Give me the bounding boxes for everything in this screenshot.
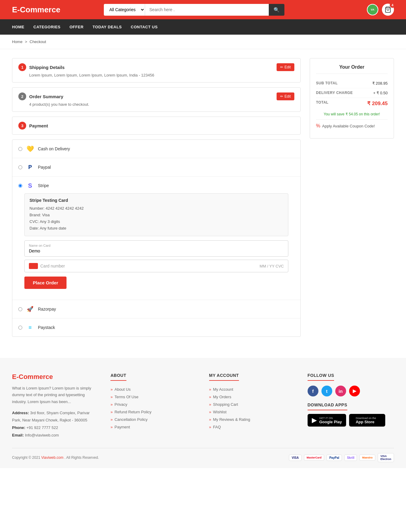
avatar[interactable]: VA bbox=[367, 4, 378, 15]
total-row: TOTAL ₹ 209.45 bbox=[316, 98, 388, 109]
google-play-small: GET IT ON bbox=[319, 417, 342, 420]
razorpay-icon: 🚀 bbox=[26, 305, 34, 313]
nav-offer[interactable]: OFFER bbox=[70, 19, 84, 35]
delivery-value: + ₹ 0.50 bbox=[373, 91, 388, 95]
edit-icon-2: ✏ bbox=[280, 94, 283, 99]
search-bar: All Categories 🔍 bbox=[104, 4, 284, 16]
card-number-field[interactable]: Card number MM / YY CVC bbox=[24, 260, 288, 272]
radio-cod[interactable] bbox=[18, 147, 22, 151]
total-label: TOTAL bbox=[316, 100, 328, 107]
category-select[interactable]: All Categories bbox=[104, 4, 145, 16]
footer-link-shopping-cart[interactable]: Shopping Cart bbox=[209, 401, 296, 408]
footer-logo: E-Commerce bbox=[12, 373, 98, 381]
footer-site-link[interactable]: Viaviweb.com bbox=[41, 455, 64, 460]
footer-link-about[interactable]: About Us bbox=[110, 386, 197, 393]
radio-paypal[interactable] bbox=[18, 165, 22, 169]
subtotal-value: ₹ 208.95 bbox=[372, 81, 388, 86]
footer-link-terms[interactable]: Terms Of Use bbox=[110, 393, 197, 401]
footer-account-title: MY ACCOUNT bbox=[209, 373, 239, 381]
delivery-row: DELIVERY CHARGE + ₹ 0.50 bbox=[316, 88, 388, 98]
app-store-button[interactable]: Download on the App Store bbox=[349, 414, 385, 427]
app-download-buttons: ▶ GET IT ON Google Play Download on the … bbox=[308, 414, 394, 427]
footer-link-faq[interactable]: FAQ bbox=[209, 423, 296, 431]
payment-paypal[interactable]: P Paypal bbox=[12, 158, 300, 177]
footer-contact: Address: 3rd floor, Shyam Complex, Pariv… bbox=[12, 409, 98, 439]
breadcrumb-separator: > bbox=[25, 39, 27, 44]
visa-electron-logo: VISAElectron bbox=[378, 453, 394, 462]
subtotal-row: SUB TOTAL ₹ 208.95 bbox=[316, 79, 388, 88]
stripe-info-title: Stripe Testing Card bbox=[29, 198, 283, 203]
footer-link-cancellation[interactable]: Cancellation Policy bbox=[110, 416, 197, 423]
step-payment-header: 3 Payment bbox=[18, 122, 294, 130]
razorpay-label: Razorpay bbox=[38, 307, 56, 311]
youtube-icon[interactable]: ▶ bbox=[349, 386, 360, 396]
card-left: Card number bbox=[29, 263, 65, 269]
edit-icon: ✏ bbox=[280, 65, 283, 69]
stripe-brand: Brand: Visa bbox=[29, 212, 283, 218]
facebook-icon[interactable]: f bbox=[308, 386, 318, 396]
step-order-title-wrap: 2 Order Summary bbox=[18, 92, 63, 100]
place-order-button[interactable]: Place Order bbox=[24, 277, 67, 289]
step-shipping: 1 Shipping Details ✏ Edit Lorem Ipsum, L… bbox=[12, 58, 301, 83]
site-logo[interactable]: E-Commerce bbox=[12, 5, 60, 14]
savings-text: You will save ₹ 54.05 on this order! bbox=[316, 112, 388, 116]
radio-paystack[interactable] bbox=[18, 326, 22, 330]
twitter-icon[interactable]: t bbox=[321, 386, 332, 396]
nav-categories[interactable]: CATEGORIES bbox=[33, 19, 60, 35]
footer-link-wishlist[interactable]: Wishlist bbox=[209, 408, 296, 416]
step-shipping-title-wrap: 1 Shipping Details bbox=[18, 63, 65, 71]
footer-top: E-Commerce What is Lorem Ipsum? Lorem Ip… bbox=[12, 373, 394, 439]
payment-paystack[interactable]: ≡ Paystack bbox=[12, 318, 300, 336]
google-play-big: Google Play bbox=[319, 420, 342, 424]
total-value: ₹ 209.45 bbox=[367, 100, 388, 107]
search-input[interactable] bbox=[145, 4, 269, 16]
coupon-icon: % bbox=[316, 123, 320, 129]
name-on-card-input[interactable] bbox=[29, 249, 284, 253]
social-icons: f t in ▶ bbox=[308, 386, 394, 396]
nav-contact[interactable]: CONTACT US bbox=[131, 19, 158, 35]
payment-stripe[interactable]: S Stripe Stripe Testing Card Number: 424… bbox=[12, 177, 300, 300]
step-shipping-header: 1 Shipping Details ✏ Edit bbox=[18, 63, 294, 71]
navigation: HOME CATEGORIES OFFER TODAY DEALS CONTAC… bbox=[0, 19, 406, 35]
footer-follow-title: FOLLOW US bbox=[308, 373, 334, 381]
cart-button[interactable]: 4 bbox=[382, 4, 394, 16]
coupon-row[interactable]: % Apply Available Coupon Code! bbox=[316, 119, 388, 132]
cod-label: Cash on Delivery bbox=[38, 146, 70, 151]
stripe-date: Date: Any future date bbox=[29, 225, 283, 232]
nav-today-deals[interactable]: TODAY DEALS bbox=[93, 19, 122, 35]
search-button[interactable]: 🔍 bbox=[269, 4, 284, 16]
footer-link-my-account[interactable]: My Account bbox=[209, 386, 296, 393]
nav-home[interactable]: HOME bbox=[12, 19, 24, 35]
step3-number: 3 bbox=[18, 122, 26, 130]
payment-razorpay[interactable]: 🚀 Razorpay bbox=[12, 300, 300, 318]
main-content: 1 Shipping Details ✏ Edit Lorem Ipsum, L… bbox=[0, 49, 406, 346]
cart-badge: 4 bbox=[390, 2, 395, 8]
paystack-icon: ≡ bbox=[26, 323, 34, 332]
paypal-label: Paypal bbox=[38, 165, 51, 170]
footer-copyright: Copyright © 2021 Viaviweb.com . All Righ… bbox=[12, 455, 99, 460]
shipping-edit-button[interactable]: ✏ Edit bbox=[277, 63, 294, 71]
name-on-card-field[interactable]: Name on Card bbox=[24, 240, 288, 257]
footer-about-links: About Us Terms Of Use Privacy Refund Ret… bbox=[110, 386, 197, 431]
stripe-info-box: Stripe Testing Card Number: 4242 4242 42… bbox=[24, 193, 288, 236]
google-play-button[interactable]: ▶ GET IT ON Google Play bbox=[308, 414, 346, 427]
footer-link-refund[interactable]: Refund Return Policy bbox=[110, 408, 197, 416]
paystack-label: Paystack bbox=[38, 325, 55, 330]
footer-link-reviews[interactable]: My Reviews & Rating bbox=[209, 416, 296, 423]
footer-link-payment[interactable]: Payment bbox=[110, 423, 197, 431]
payment-cod[interactable]: 💛 Cash on Delivery bbox=[12, 140, 300, 158]
stripe-card-number: Number: 4242 4242 4242 4242 bbox=[29, 205, 283, 212]
order-summary-title: Your Order bbox=[316, 64, 388, 74]
radio-razorpay[interactable] bbox=[18, 307, 22, 311]
footer-link-my-orders[interactable]: My Orders bbox=[209, 393, 296, 401]
footer-about-title: ABOUT bbox=[110, 373, 126, 381]
app-store-big: App Store bbox=[356, 420, 376, 424]
step-order-header: 2 Order Summary ✏ Edit bbox=[18, 92, 294, 100]
instagram-icon[interactable]: in bbox=[335, 386, 346, 396]
order-edit-button[interactable]: ✏ Edit bbox=[277, 92, 294, 100]
footer-link-privacy[interactable]: Privacy bbox=[110, 401, 197, 408]
cod-icon: 💛 bbox=[26, 145, 34, 153]
radio-stripe[interactable] bbox=[18, 184, 22, 188]
stripe-expanded-form: Stripe Testing Card Number: 4242 4242 42… bbox=[18, 193, 294, 295]
breadcrumb-home[interactable]: Home bbox=[12, 39, 23, 44]
